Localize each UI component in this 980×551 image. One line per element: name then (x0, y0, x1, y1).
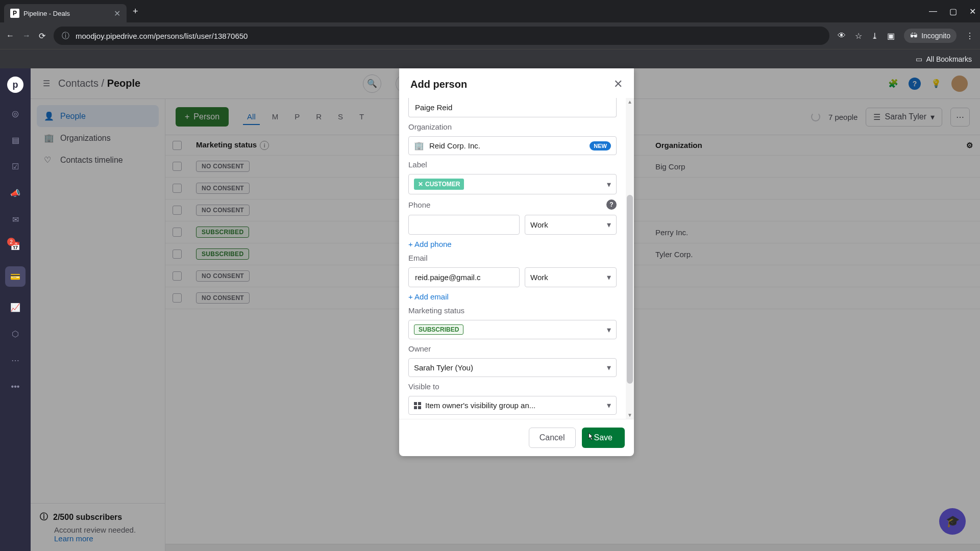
rail-activities-icon[interactable]: 2 📅 (9, 240, 21, 252)
phone-type-dropdown[interactable]: Work ▾ (525, 215, 617, 235)
name-input[interactable] (408, 98, 617, 117)
bookmarks-bar: ▭ All Bookmarks (0, 49, 980, 68)
scroll-up-arrow[interactable]: ▲ (627, 99, 632, 105)
visibility-group-icon (414, 402, 421, 409)
minimize-icon[interactable]: — (929, 7, 937, 16)
chevron-down-icon: ▾ (607, 180, 611, 189)
marketing-status-label: Marketing status (408, 306, 617, 315)
url-text: moodjoy.pipedrive.com/persons/list/user/… (76, 32, 248, 40)
browser-menu-icon[interactable]: ⋮ (966, 31, 974, 41)
rail-insights-icon[interactable]: 📈 (9, 301, 21, 313)
remove-chip-icon[interactable]: ✕ (418, 181, 423, 188)
incognito-chip[interactable]: 🕶 Incognito (904, 29, 957, 43)
rail-marketplace-icon[interactable]: ⋯ (9, 354, 21, 366)
add-email-link[interactable]: + Add email (408, 292, 617, 301)
visible-to-label: Visible to (408, 382, 617, 391)
activities-badge: 2 (7, 238, 15, 246)
phone-field-label: Phone (408, 201, 430, 209)
reload-button[interactable]: ⟳ (39, 31, 45, 41)
rail-more-icon[interactable]: ••• (9, 381, 21, 393)
incognito-label: Incognito (921, 32, 950, 40)
close-icon[interactable]: ✕ (614, 78, 623, 91)
modal-scrollbar[interactable]: ▲ ▼ (626, 98, 634, 419)
scroll-down-arrow[interactable]: ▼ (627, 412, 632, 418)
site-info-icon[interactable]: ⓘ (62, 31, 69, 41)
add-person-modal: Add person ✕ Organization 🏢 Reid Corp. I… (399, 68, 634, 456)
customer-chip[interactable]: ✕CUSTOMER (414, 179, 464, 190)
address-bar[interactable]: ⓘ moodjoy.pipedrive.com/persons/list/use… (54, 27, 829, 45)
forward-button: → (22, 31, 31, 41)
back-button[interactable]: ← (6, 31, 14, 41)
owner-field-label: Owner (408, 344, 617, 353)
label-field-label: Label (408, 160, 617, 169)
label-dropdown[interactable]: ✕CUSTOMER ▾ (408, 174, 617, 194)
chevron-down-icon: ▾ (607, 400, 611, 410)
add-phone-link[interactable]: + Add phone (408, 240, 617, 248)
chevron-down-icon: ▾ (607, 325, 611, 335)
folder-icon: ▭ (916, 55, 922, 63)
rail-projects-icon[interactable]: ☑ (9, 160, 21, 172)
browser-tab-strip: P Pipeline - Deals ✕ + — ▢ ✕ (0, 0, 980, 22)
email-type-dropdown[interactable]: Work ▾ (525, 267, 617, 287)
rail-products-icon[interactable]: ⬡ (9, 328, 21, 340)
browser-toolbar: ← → ⟳ ⓘ moodjoy.pipedrive.com/persons/li… (0, 22, 980, 49)
email-type-value: Work (530, 273, 603, 282)
phone-input[interactable] (408, 215, 520, 235)
tab-title: Pipeline - Deals (23, 10, 110, 17)
save-button[interactable]: Save (582, 428, 625, 448)
chevron-down-icon: ▾ (607, 363, 611, 372)
incognito-icon: 🕶 (910, 32, 917, 40)
tab-close-icon[interactable]: ✕ (114, 9, 120, 18)
marketing-status-value: SUBSCRIBED (414, 324, 463, 335)
visible-to-dropdown[interactable]: Item owner's visibility group an... ▾ (408, 396, 617, 415)
bookmark-star-icon[interactable]: ☆ (855, 31, 862, 41)
app-logo[interactable]: p (7, 77, 23, 93)
visible-to-value: Item owner's visibility group an... (425, 401, 603, 410)
rail-contacts-icon[interactable]: 💳 (5, 266, 26, 287)
building-icon: 🏢 (414, 141, 424, 151)
rail-campaigns-icon[interactable]: 📣 (9, 187, 21, 199)
cancel-button[interactable]: Cancel (529, 428, 576, 448)
email-field-label: Email (408, 254, 617, 262)
new-tab-button[interactable]: + (133, 6, 138, 17)
owner-value: Sarah Tyler (You) (414, 363, 603, 372)
maximize-icon[interactable]: ▢ (949, 7, 957, 16)
phone-help-icon[interactable]: ? (606, 199, 617, 210)
owner-dropdown[interactable]: Sarah Tyler (You) ▾ (408, 358, 617, 377)
chevron-down-icon: ▾ (607, 220, 611, 230)
panel-icon[interactable]: ▣ (887, 31, 895, 41)
modal-title: Add person (410, 79, 467, 90)
window-controls: — ▢ ✕ (929, 7, 976, 16)
organization-value: Reid Corp. Inc. (429, 141, 584, 150)
organization-input[interactable]: 🏢 Reid Corp. Inc. NEW (408, 136, 617, 155)
browser-tab[interactable]: P Pipeline - Deals ✕ (4, 4, 127, 22)
phone-type-value: Work (530, 220, 603, 229)
organization-label: Organization (408, 122, 617, 131)
sidebar-rail: p ◎ ▤ ☑ 📣 ✉ 2 📅 💳 📈 ⬡ ⋯ ••• (0, 68, 31, 551)
close-window-icon[interactable]: ✕ (969, 7, 976, 16)
marketing-status-dropdown[interactable]: SUBSCRIBED ▾ (408, 320, 617, 339)
rail-leads-icon[interactable]: ◎ (9, 107, 21, 119)
new-badge: NEW (590, 141, 611, 151)
app-root: p ◎ ▤ ☑ 📣 ✉ 2 📅 💳 📈 ⬡ ⋯ ••• ☰ Contacts /… (0, 68, 980, 551)
save-label: Save (594, 433, 612, 442)
chevron-down-icon: ▾ (607, 272, 611, 282)
downloads-icon[interactable]: ⤓ (871, 31, 878, 41)
scrollbar-thumb[interactable] (627, 195, 633, 384)
visibility-off-icon[interactable]: 👁 (838, 31, 846, 40)
tab-favicon: P (10, 9, 19, 18)
email-input[interactable] (408, 267, 520, 287)
rail-mail-icon[interactable]: ✉ (9, 213, 21, 226)
all-bookmarks-link[interactable]: All Bookmarks (926, 55, 972, 63)
rail-deals-icon[interactable]: ▤ (9, 134, 21, 146)
